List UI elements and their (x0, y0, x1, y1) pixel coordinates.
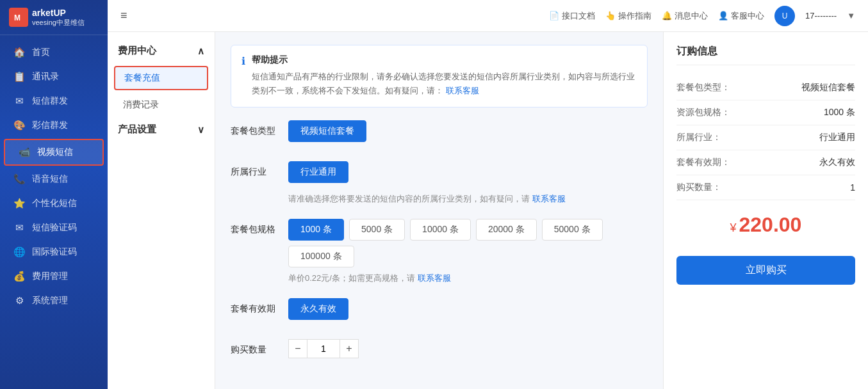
quantity-control: − + (288, 339, 648, 358)
sidebar-item-video-sms[interactable]: 📹 视频短信 (4, 139, 104, 166)
user-dropdown-icon[interactable]: ▼ (847, 11, 855, 20)
help-title: 帮助提示 (252, 54, 637, 66)
sidebar-label-personal-sms: 个性化短信 (32, 198, 77, 209)
sidebar-item-finance[interactable]: 💰 费用管理 (0, 264, 108, 289)
validity-content: 永久有效 (288, 298, 648, 325)
sidebar-label-home: 首页 (32, 47, 50, 58)
intl-verify-icon: 🌐 (13, 246, 26, 258)
industry-contact-link[interactable]: 联系客服 (532, 194, 566, 203)
package-size-label: 套餐包规格 (231, 219, 288, 235)
bell-icon: 🔔 (662, 11, 672, 20)
operation-guide-button[interactable]: 👆 操作指南 (605, 10, 651, 22)
system-icon: ⚙ (13, 295, 26, 306)
recharge-menu-item[interactable]: 套餐充值 (114, 66, 208, 90)
sidebar-item-sms-group[interactable]: ✉ 短信群发 (0, 89, 108, 113)
quantity-minus-button[interactable]: − (288, 339, 307, 358)
summary-val-qty: 1 (850, 182, 855, 193)
price-amount: 220.00 (739, 213, 802, 236)
sidebar-item-sms-verify[interactable]: ✉ 短信验证码 (0, 216, 108, 240)
summary-key-type: 套餐包类型： (676, 82, 730, 93)
menu-toggle-icon[interactable]: ≡ (120, 9, 127, 22)
validity-label: 套餐有效期 (231, 298, 288, 315)
package-size-hint: 单价0.22元/条；如需更高规格，请 联系客服 (288, 273, 648, 284)
help-info-icon: ℹ (242, 55, 245, 67)
sidebar-item-system[interactable]: ⚙ 系统管理 (0, 289, 108, 313)
quantity-input[interactable] (307, 339, 340, 358)
pkg-1000[interactable]: 1000 条 (288, 219, 344, 241)
customer-service-label: 客服中心 (731, 10, 764, 22)
fee-center-label: 费用中心 (118, 45, 156, 57)
sub-sidebar: 费用中心 ∧ 套餐充值 消费记录 产品设置 ∨ (108, 32, 215, 389)
validity-option-btn[interactable]: 永久有效 (288, 298, 348, 320)
form-area: ℹ 帮助提示 短信通知产品有严格的行业限制，请务必确认选择您要发送的短信内容所属… (215, 32, 663, 389)
sidebar-label-contacts: 通讯录 (32, 71, 59, 83)
finance-icon: 💰 (13, 271, 26, 282)
validity-row: 套餐有效期 永久有效 (231, 298, 648, 325)
summary-row-industry: 所属行业： 行业通用 (676, 125, 855, 150)
svg-text:M: M (14, 13, 20, 22)
product-settings-menu[interactable]: 产品设置 ∨ (108, 117, 215, 139)
industry-row: 所属行业 行业通用 请准确选择您将要发送的短信内容的所属行业类别，如有疑问，请 … (231, 161, 648, 205)
package-type-video-btn[interactable]: 视频短信套餐 (288, 120, 366, 142)
recharge-label: 套餐充值 (124, 72, 160, 83)
avatar: U (774, 6, 795, 26)
sidebar-item-intl-verify[interactable]: 🌐 国际验证码 (0, 240, 108, 264)
contacts-icon: 📋 (13, 71, 26, 83)
pkg-5000[interactable]: 5000 条 (349, 219, 405, 241)
help-text-content: 短信通知产品有严格的行业限制，请务必确认选择您要发送的短信内容所属行业类别，如内… (252, 72, 635, 95)
summary-val-validity: 永久有效 (819, 157, 855, 168)
logo-area: M arketUP veesing中昱维信 (0, 0, 108, 35)
sms-group-icon: ✉ (13, 95, 26, 107)
sidebar-item-lottery-sms[interactable]: 🎨 彩信群发 (0, 113, 108, 138)
header-left: ≡ (120, 9, 127, 22)
quantity-row: 购买数量 − + (231, 339, 648, 358)
help-box: ℹ 帮助提示 短信通知产品有严格的行业限制，请务必确认选择您要发送的短信内容所属… (231, 45, 648, 107)
sidebar-item-contacts[interactable]: 📋 通讯录 (0, 65, 108, 89)
sidebar-nav: 🏠 首页 📋 通讯录 ✉ 短信群发 🎨 彩信群发 📹 视频短信 📞 语音短信 (0, 35, 108, 389)
help-contact-link[interactable]: 联系客服 (446, 86, 479, 95)
pkg-100000[interactable]: 100000 条 (288, 246, 354, 267)
pkg-50000[interactable]: 50000 条 (542, 219, 603, 241)
sidebar-label-sms-verify: 短信验证码 (32, 222, 77, 234)
sidebar-label-sms-group: 短信群发 (32, 95, 68, 107)
quantity-plus-button[interactable]: + (340, 339, 359, 358)
api-docs-button[interactable]: 📄 接口文档 (549, 10, 595, 22)
summary-val-size: 1000 条 (824, 107, 855, 118)
quantity-label: 购买数量 (231, 339, 288, 356)
main-area: ≡ 📄 接口文档 👆 操作指南 🔔 消息中心 👤 客服中心 U 17---- (108, 0, 868, 389)
messages-button[interactable]: 🔔 消息中心 (662, 10, 708, 22)
api-docs-icon: 📄 (549, 11, 559, 20)
package-size-contact-link[interactable]: 联系客服 (418, 273, 451, 283)
sidebar-label-voice-sms: 语音短信 (32, 173, 68, 185)
sms-verify-icon: ✉ (13, 222, 26, 234)
price-display: ¥ 220.00 (676, 200, 855, 250)
price-symbol: ¥ (730, 221, 737, 234)
header-right: 📄 接口文档 👆 操作指南 🔔 消息中心 👤 客服中心 U 17--------… (549, 6, 855, 26)
avatar-text: U (782, 12, 788, 20)
sidebar-label-video-sms: 视频短信 (37, 147, 73, 158)
industry-content: 行业通用 请准确选择您将要发送的短信内容的所属行业类别，如有疑问，请 联系客服 (288, 161, 648, 205)
package-type-row: 套餐包类型 视频短信套餐 (231, 120, 648, 147)
voice-sms-icon: 📞 (13, 173, 26, 185)
summary-key-size: 资源包规格： (676, 107, 730, 118)
sidebar-item-personal-sms[interactable]: ⭐ 个性化短信 (0, 191, 108, 216)
pkg-20000[interactable]: 20000 条 (476, 219, 537, 241)
summary-key-industry: 所属行业： (676, 132, 721, 143)
sidebar-item-voice-sms[interactable]: 📞 语音短信 (0, 167, 108, 191)
sidebar-item-home[interactable]: 🏠 首页 (0, 40, 108, 65)
api-docs-label: 接口文档 (562, 10, 595, 22)
product-settings-expand-icon: ∨ (197, 124, 204, 136)
sidebar: M arketUP veesing中昱维信 🏠 首页 📋 通讯录 ✉ 短信群发 … (0, 0, 108, 389)
pkg-10000[interactable]: 10000 条 (410, 219, 471, 241)
consumption-menu-item[interactable]: 消费记录 (108, 93, 215, 117)
user-name: 17-------- (805, 11, 837, 20)
industry-option-btn[interactable]: 行业通用 (288, 161, 348, 183)
sidebar-label-finance: 费用管理 (32, 271, 68, 282)
customer-service-button[interactable]: 👤 客服中心 (718, 10, 764, 22)
sidebar-label-intl-verify: 国际验证码 (32, 246, 77, 258)
fee-center-collapse-icon: ∧ (197, 45, 204, 57)
fee-center-menu[interactable]: 费用中心 ∧ (108, 38, 215, 63)
buy-now-button[interactable]: 立即购买 (676, 256, 855, 285)
package-size-row2: 100000 条 (288, 246, 648, 267)
logo-icon: M (9, 8, 28, 27)
